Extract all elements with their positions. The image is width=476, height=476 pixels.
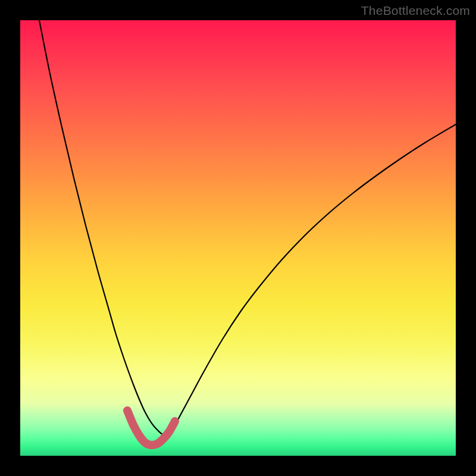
main-curve [38,20,456,434]
chart-curve-layer [20,20,456,456]
chart-plot-area [20,20,456,456]
minimum-highlight [127,411,175,445]
watermark-label: TheBottleneck.com [361,4,470,18]
chart-outer-frame: TheBottleneck.com [0,0,476,476]
